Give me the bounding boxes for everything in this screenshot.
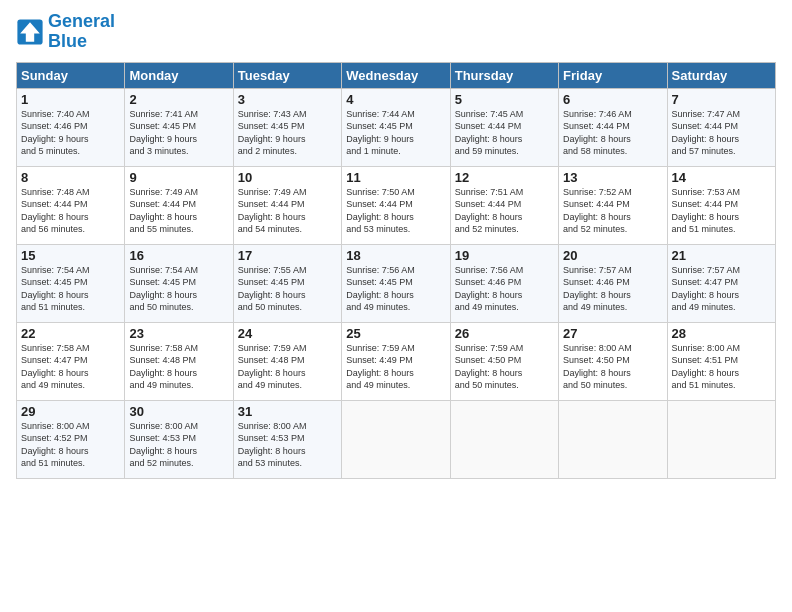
calendar-cell: 10Sunrise: 7:49 AM Sunset: 4:44 PM Dayli… xyxy=(233,166,341,244)
cell-info: Sunrise: 7:52 AM Sunset: 4:44 PM Dayligh… xyxy=(563,186,662,236)
logo-blue: Blue xyxy=(48,31,87,51)
cell-info: Sunrise: 7:45 AM Sunset: 4:44 PM Dayligh… xyxy=(455,108,554,158)
logo: General Blue xyxy=(16,12,115,52)
day-header-tuesday: Tuesday xyxy=(233,62,341,88)
header-row: General Blue xyxy=(16,12,776,52)
calendar-cell: 14Sunrise: 7:53 AM Sunset: 4:44 PM Dayli… xyxy=(667,166,775,244)
day-number: 18 xyxy=(346,248,445,263)
day-number: 21 xyxy=(672,248,771,263)
day-number: 15 xyxy=(21,248,120,263)
cell-info: Sunrise: 8:00 AM Sunset: 4:52 PM Dayligh… xyxy=(21,420,120,470)
cell-info: Sunrise: 7:59 AM Sunset: 4:50 PM Dayligh… xyxy=(455,342,554,392)
cell-info: Sunrise: 8:00 AM Sunset: 4:51 PM Dayligh… xyxy=(672,342,771,392)
week-row-2: 8Sunrise: 7:48 AM Sunset: 4:44 PM Daylig… xyxy=(17,166,776,244)
calendar-cell: 7Sunrise: 7:47 AM Sunset: 4:44 PM Daylig… xyxy=(667,88,775,166)
day-number: 26 xyxy=(455,326,554,341)
day-number: 25 xyxy=(346,326,445,341)
calendar-cell: 16Sunrise: 7:54 AM Sunset: 4:45 PM Dayli… xyxy=(125,244,233,322)
calendar-cell: 21Sunrise: 7:57 AM Sunset: 4:47 PM Dayli… xyxy=(667,244,775,322)
day-number: 30 xyxy=(129,404,228,419)
day-number: 13 xyxy=(563,170,662,185)
calendar-cell: 8Sunrise: 7:48 AM Sunset: 4:44 PM Daylig… xyxy=(17,166,125,244)
day-header-thursday: Thursday xyxy=(450,62,558,88)
logo-icon xyxy=(16,18,44,46)
calendar-cell xyxy=(342,400,450,478)
day-number: 29 xyxy=(21,404,120,419)
cell-info: Sunrise: 7:57 AM Sunset: 4:46 PM Dayligh… xyxy=(563,264,662,314)
calendar-cell: 26Sunrise: 7:59 AM Sunset: 4:50 PM Dayli… xyxy=(450,322,558,400)
day-number: 17 xyxy=(238,248,337,263)
calendar-cell: 24Sunrise: 7:59 AM Sunset: 4:48 PM Dayli… xyxy=(233,322,341,400)
week-row-5: 29Sunrise: 8:00 AM Sunset: 4:52 PM Dayli… xyxy=(17,400,776,478)
logo-general: General xyxy=(48,11,115,31)
cell-info: Sunrise: 7:59 AM Sunset: 4:48 PM Dayligh… xyxy=(238,342,337,392)
calendar-body: 1Sunrise: 7:40 AM Sunset: 4:46 PM Daylig… xyxy=(17,88,776,478)
day-number: 20 xyxy=(563,248,662,263)
calendar-cell: 4Sunrise: 7:44 AM Sunset: 4:45 PM Daylig… xyxy=(342,88,450,166)
calendar-cell: 28Sunrise: 8:00 AM Sunset: 4:51 PM Dayli… xyxy=(667,322,775,400)
day-number: 24 xyxy=(238,326,337,341)
calendar-cell: 19Sunrise: 7:56 AM Sunset: 4:46 PM Dayli… xyxy=(450,244,558,322)
cell-info: Sunrise: 7:50 AM Sunset: 4:44 PM Dayligh… xyxy=(346,186,445,236)
day-number: 31 xyxy=(238,404,337,419)
day-number: 28 xyxy=(672,326,771,341)
cell-info: Sunrise: 7:58 AM Sunset: 4:48 PM Dayligh… xyxy=(129,342,228,392)
calendar-table: SundayMondayTuesdayWednesdayThursdayFrid… xyxy=(16,62,776,479)
cell-info: Sunrise: 7:54 AM Sunset: 4:45 PM Dayligh… xyxy=(21,264,120,314)
cell-info: Sunrise: 8:00 AM Sunset: 4:50 PM Dayligh… xyxy=(563,342,662,392)
calendar-cell: 2Sunrise: 7:41 AM Sunset: 4:45 PM Daylig… xyxy=(125,88,233,166)
day-number: 10 xyxy=(238,170,337,185)
cell-info: Sunrise: 7:48 AM Sunset: 4:44 PM Dayligh… xyxy=(21,186,120,236)
calendar-cell: 20Sunrise: 7:57 AM Sunset: 4:46 PM Dayli… xyxy=(559,244,667,322)
cell-info: Sunrise: 7:55 AM Sunset: 4:45 PM Dayligh… xyxy=(238,264,337,314)
day-number: 27 xyxy=(563,326,662,341)
cell-info: Sunrise: 7:58 AM Sunset: 4:47 PM Dayligh… xyxy=(21,342,120,392)
cell-info: Sunrise: 7:51 AM Sunset: 4:44 PM Dayligh… xyxy=(455,186,554,236)
cell-info: Sunrise: 8:00 AM Sunset: 4:53 PM Dayligh… xyxy=(129,420,228,470)
cell-info: Sunrise: 8:00 AM Sunset: 4:53 PM Dayligh… xyxy=(238,420,337,470)
cell-info: Sunrise: 7:41 AM Sunset: 4:45 PM Dayligh… xyxy=(129,108,228,158)
cell-info: Sunrise: 7:47 AM Sunset: 4:44 PM Dayligh… xyxy=(672,108,771,158)
calendar-cell: 31Sunrise: 8:00 AM Sunset: 4:53 PM Dayli… xyxy=(233,400,341,478)
day-number: 7 xyxy=(672,92,771,107)
cell-info: Sunrise: 7:53 AM Sunset: 4:44 PM Dayligh… xyxy=(672,186,771,236)
day-number: 9 xyxy=(129,170,228,185)
cell-info: Sunrise: 7:46 AM Sunset: 4:44 PM Dayligh… xyxy=(563,108,662,158)
calendar-cell: 13Sunrise: 7:52 AM Sunset: 4:44 PM Dayli… xyxy=(559,166,667,244)
day-number: 3 xyxy=(238,92,337,107)
day-number: 5 xyxy=(455,92,554,107)
cell-info: Sunrise: 7:57 AM Sunset: 4:47 PM Dayligh… xyxy=(672,264,771,314)
week-row-1: 1Sunrise: 7:40 AM Sunset: 4:46 PM Daylig… xyxy=(17,88,776,166)
calendar-header-row: SundayMondayTuesdayWednesdayThursdayFrid… xyxy=(17,62,776,88)
day-number: 12 xyxy=(455,170,554,185)
calendar-cell xyxy=(450,400,558,478)
calendar-cell: 17Sunrise: 7:55 AM Sunset: 4:45 PM Dayli… xyxy=(233,244,341,322)
cell-info: Sunrise: 7:59 AM Sunset: 4:49 PM Dayligh… xyxy=(346,342,445,392)
day-number: 4 xyxy=(346,92,445,107)
day-header-saturday: Saturday xyxy=(667,62,775,88)
calendar-cell: 15Sunrise: 7:54 AM Sunset: 4:45 PM Dayli… xyxy=(17,244,125,322)
calendar-cell: 30Sunrise: 8:00 AM Sunset: 4:53 PM Dayli… xyxy=(125,400,233,478)
cell-info: Sunrise: 7:56 AM Sunset: 4:45 PM Dayligh… xyxy=(346,264,445,314)
calendar-cell: 5Sunrise: 7:45 AM Sunset: 4:44 PM Daylig… xyxy=(450,88,558,166)
calendar-cell: 9Sunrise: 7:49 AM Sunset: 4:44 PM Daylig… xyxy=(125,166,233,244)
day-number: 23 xyxy=(129,326,228,341)
cell-info: Sunrise: 7:43 AM Sunset: 4:45 PM Dayligh… xyxy=(238,108,337,158)
cell-info: Sunrise: 7:44 AM Sunset: 4:45 PM Dayligh… xyxy=(346,108,445,158)
week-row-4: 22Sunrise: 7:58 AM Sunset: 4:47 PM Dayli… xyxy=(17,322,776,400)
page-container: General Blue SundayMondayTuesdayWednesda… xyxy=(0,0,792,487)
day-number: 1 xyxy=(21,92,120,107)
calendar-cell xyxy=(667,400,775,478)
cell-info: Sunrise: 7:49 AM Sunset: 4:44 PM Dayligh… xyxy=(129,186,228,236)
day-header-wednesday: Wednesday xyxy=(342,62,450,88)
day-number: 22 xyxy=(21,326,120,341)
logo-text: General Blue xyxy=(48,12,115,52)
calendar-cell: 11Sunrise: 7:50 AM Sunset: 4:44 PM Dayli… xyxy=(342,166,450,244)
day-number: 14 xyxy=(672,170,771,185)
day-header-monday: Monday xyxy=(125,62,233,88)
day-header-sunday: Sunday xyxy=(17,62,125,88)
day-number: 19 xyxy=(455,248,554,263)
cell-info: Sunrise: 7:56 AM Sunset: 4:46 PM Dayligh… xyxy=(455,264,554,314)
calendar-cell: 25Sunrise: 7:59 AM Sunset: 4:49 PM Dayli… xyxy=(342,322,450,400)
calendar-cell: 22Sunrise: 7:58 AM Sunset: 4:47 PM Dayli… xyxy=(17,322,125,400)
